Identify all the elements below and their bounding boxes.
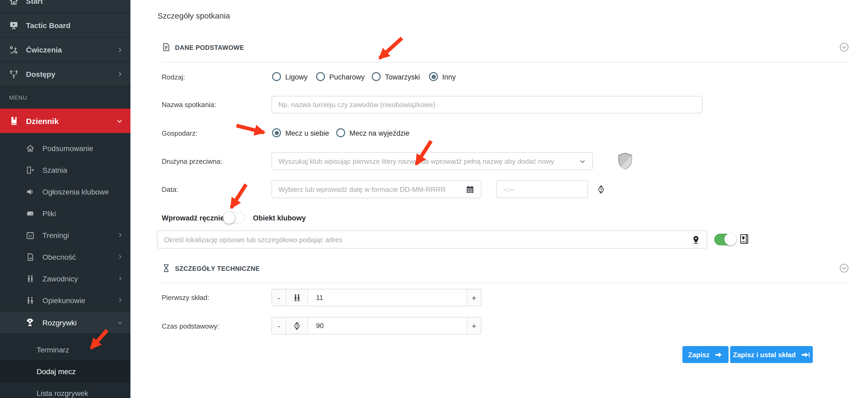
czas-podstawowy-label: Czas podstawowy: (162, 322, 219, 330)
druzyna-select[interactable] (272, 152, 593, 170)
nazwa-label: Nazwa spotkania: (162, 101, 216, 109)
sidebar-item-dziennik[interactable]: Dziennik (0, 109, 130, 133)
megaphone-icon (26, 187, 34, 196)
sidebar-item-label: Ćwiczenia (26, 45, 62, 54)
sidebar-item-terminarz[interactable]: Terminarz (0, 339, 130, 360)
collapse-section-basic-button[interactable] (839, 42, 849, 52)
increment-button[interactable]: + (467, 289, 481, 306)
hard-drive-icon (26, 209, 34, 218)
date-input[interactable] (278, 185, 466, 193)
calendar-icon[interactable] (466, 185, 474, 194)
collapse-section-technical-button[interactable] (839, 263, 849, 273)
sidebar-item-label: Lista rozgrywek (37, 389, 88, 397)
watch-icon (286, 318, 308, 334)
book-icon (8, 116, 19, 126)
strategy-icon (8, 45, 19, 54)
map-pin-icon[interactable] (691, 235, 701, 244)
radio-towarzyski[interactable] (372, 72, 381, 81)
sidebar-item-pliki[interactable]: Pliki (0, 202, 130, 224)
dziennik-submenu: Podsumowanie Szatnia Ogłoszenia klubowe … (0, 133, 130, 398)
radio-mecz-na-wyjezdzie-label[interactable]: Mecz na wyjeździe (349, 129, 410, 137)
nazwa-input-wrap (272, 96, 703, 113)
radio-mecz-na-wyjezdzie[interactable] (336, 128, 345, 137)
sidebar-item-label: Pliki (42, 209, 56, 218)
sidebar-item-dostepy[interactable]: Dostępy (0, 62, 130, 87)
sidebar-item-ogloszenia[interactable]: Ogłoszenia klubowe (0, 181, 130, 202)
document-icon (162, 42, 171, 52)
radio-pucharowy[interactable] (316, 72, 325, 81)
location-input[interactable] (164, 236, 691, 243)
druzyna-label: Drużyna przeciwna: (162, 157, 222, 165)
sidebar: Start Tactic Board Ćwiczenia (0, 0, 130, 398)
sidebar-item-label: Obecność (42, 253, 76, 261)
data-label: Data: (162, 186, 178, 193)
app-root: Start Tactic Board Ćwiczenia (0, 0, 868, 398)
radio-mecz-u-siebie-label[interactable]: Mecz u siebie (285, 129, 329, 137)
time-input-wrap (496, 180, 588, 198)
radio-pucharowy-label[interactable]: Pucharowy (329, 73, 365, 81)
pierwszy-sklad-value[interactable]: 11 (308, 289, 467, 306)
sidebar-item-podsumowanie[interactable]: Podsumowanie (0, 137, 130, 159)
save-button[interactable]: Zapisz (682, 346, 728, 363)
increment-button[interactable]: + (467, 318, 481, 334)
radio-towarzyski-label[interactable]: Towarzyski (385, 73, 420, 81)
radio-mecz-u-siebie[interactable] (272, 128, 281, 137)
main-content (130, 0, 868, 398)
sidebar-section-label: MENU (0, 87, 130, 109)
radio-inny-label[interactable]: Inny (442, 73, 456, 81)
sidebar-item-dodaj-mecz[interactable]: Dodaj mecz (0, 360, 130, 382)
sidebar-item-tactic-board[interactable]: Tactic Board (0, 13, 130, 38)
radio-ligowy[interactable] (272, 72, 281, 81)
decrement-button[interactable]: - (272, 289, 286, 306)
sidebar-item-zawodnicy[interactable]: Zawodnicy (0, 268, 130, 289)
radio-inny[interactable] (429, 72, 438, 81)
sidebar-item-cwiczenia[interactable]: Ćwiczenia (0, 38, 130, 62)
pierwszy-sklad-label: Pierwszy skład: (162, 294, 209, 302)
chevron-right-icon (117, 297, 123, 303)
clock-icon[interactable] (596, 185, 606, 194)
sidebar-item-obecnosc[interactable]: Obecność (0, 246, 130, 268)
date-input-wrap (272, 180, 482, 198)
save-and-lineup-button-label: Zapisz i ustal skład (733, 351, 796, 359)
page-title: Szczegóły spotkania (157, 11, 230, 20)
section-title-basic: DANE PODSTAWOWE (175, 44, 244, 52)
rozgrywki-submenu: Terminarz Dodaj mecz Lista rozgrywek (0, 334, 130, 398)
sidebar-item-rozgrywki[interactable]: Rozgrywki (0, 311, 130, 334)
hourglass-icon (162, 263, 170, 273)
sidebar-item-start[interactable]: Start (0, 0, 130, 13)
time-input[interactable] (503, 185, 596, 193)
obiekt-klubowy-label: Obiekt klubowy (253, 214, 306, 222)
nazwa-input[interactable] (278, 101, 696, 109)
decrement-button[interactable]: - (272, 318, 286, 334)
save-and-lineup-button[interactable]: Zapisz i ustal skład (730, 346, 813, 363)
chevron-right-icon (117, 232, 123, 238)
druzyna-search-input[interactable] (278, 157, 579, 165)
club-facility-toggle[interactable] (714, 234, 736, 245)
wprowadz-recznie-label: Wprowadź ręcznie (162, 214, 224, 222)
sidebar-item-szatnia[interactable]: Szatnia (0, 159, 130, 181)
sidebar-item-label: Treningi (42, 231, 69, 239)
club-shield-icon (616, 152, 635, 171)
people-network-icon (8, 69, 19, 79)
arrow-to-bar-icon (801, 351, 810, 358)
chevron-right-icon (117, 254, 123, 260)
sidebar-item-label: Zawodnicy (42, 274, 78, 283)
chevron-down-icon (117, 319, 123, 326)
radio-ligowy-label[interactable]: Ligowy (285, 73, 308, 81)
sidebar-item-label: Szatnia (42, 166, 67, 174)
location-mode-toggle[interactable] (223, 212, 245, 224)
gospodarz-label: Gospodarz: (162, 129, 197, 137)
chevron-down-icon (116, 118, 123, 124)
sidebar-item-lista-rozgrywek[interactable]: Lista rozgrywek (0, 382, 130, 398)
chevron-right-icon (117, 71, 123, 77)
map-book-icon (739, 233, 749, 245)
sidebar-item-opiekunowie[interactable]: Opiekunowie (0, 289, 130, 311)
sidebar-item-treningi[interactable]: 31 Treningi (0, 224, 130, 246)
arrow-right-icon (715, 351, 723, 358)
rodzaj-label: Rodzaj: (162, 73, 185, 81)
sidebar-item-label: Rozgrywki (42, 318, 76, 327)
czas-podstawowy-value[interactable]: 90 (308, 318, 467, 334)
divider (162, 283, 849, 283)
chevron-right-icon (117, 46, 123, 53)
home-icon (26, 144, 34, 152)
